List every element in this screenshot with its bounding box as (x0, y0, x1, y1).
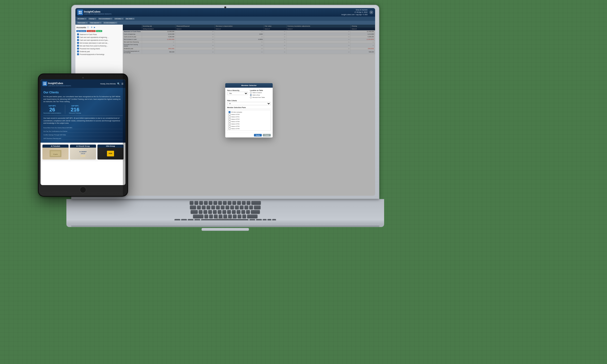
key (254, 206, 261, 209)
tablet-device: InsightCubes CORPORATE PERFORMANCE INSIG… (38, 74, 128, 197)
check-item-7[interactable]: Interco GT40 (228, 128, 270, 130)
sub-filter-adjusted[interactable]: Total adjusted ▼ (89, 22, 102, 24)
check-item-1[interactable]: Interco GT20 (228, 113, 270, 116)
apply-button[interactable]: Apply (254, 134, 262, 136)
macbook-keyboard (66, 199, 384, 221)
client-img-2: HSA (97, 148, 123, 159)
app-logo-subtitle: CORPORATE PERFORMANCE INSIGHTS (84, 13, 111, 15)
check-item-4[interactable]: Interco GT30 (228, 120, 270, 123)
stat1-label: Successful Implementations (43, 112, 61, 114)
tablet-nav: InsightCubes CORPORATE PERFORMANCE INSIG… (40, 79, 125, 88)
checkbox-modal-6[interactable] (229, 125, 230, 127)
filter-arrow-icon: ▼ (115, 22, 117, 24)
header-user-info: Dina Al Hashish 17:43 Apr 4, 2022 insigh… (342, 9, 368, 16)
sub-filter-company[interactable]: no new company ▼ (103, 22, 117, 24)
checkbox-1[interactable]: ✓ (77, 36, 79, 38)
sidebar-item-7[interactable]: ✓ Proceeds/repayments of borrowings (76, 53, 122, 56)
check-item-0[interactable]: All inter-company (228, 111, 270, 113)
sidebar-item-3[interactable]: ✓ Net increase (decrease) in cash and ca… (76, 41, 122, 44)
key-backspace (251, 201, 261, 205)
clients-row: Al Faisaliah مجموعة Al Ghurait Group (42, 144, 123, 159)
modal-close-button[interactable]: Close (263, 134, 271, 136)
macbook-label: MacBook Air (217, 218, 234, 220)
stat-2: SAP BPC 216 Delivered Trainings (69, 105, 81, 114)
checkbox-5[interactable]: ✓ (77, 48, 79, 50)
sidebar-label-1: Cash and cash equivalents at beginning .… (80, 37, 109, 38)
header-right: Dina Al Hashish 17:43 Apr 4, 2022 insigh… (342, 9, 373, 16)
check-item-5[interactable]: Interco GT31 (228, 123, 270, 125)
check-item-2[interactable]: Interco GT21 (228, 116, 270, 118)
checkbox-modal-1[interactable] (229, 114, 230, 116)
sidebar-item-6[interactable]: ✓ Dividends paid (76, 50, 122, 53)
filter-consolidated[interactable]: Non-consolidated ▼ (98, 18, 113, 20)
sidebar-item-4[interactable]: ✓ Net cash flows from (used in) financin… (76, 44, 122, 47)
checkbox-3[interactable]: ✓ (77, 42, 79, 44)
set-selected-button[interactable]: Set Selected (76, 30, 86, 32)
modal-location-col: Location on Table Add to Column (250, 90, 271, 98)
key (204, 214, 208, 218)
filter-currency-label: US Dollar (115, 18, 121, 19)
checkbox-2[interactable]: ✓ (77, 39, 79, 41)
close-button[interactable]: × (369, 11, 373, 14)
checkbox-6[interactable]: ✓ (77, 51, 79, 52)
sidebar-item-2[interactable]: ✓ Cash and cash equivalents at end of ye… (76, 39, 122, 41)
sidebar-title: Accounts (76, 26, 86, 29)
search-icon[interactable]: 🔍 (117, 82, 120, 85)
sub-filter-assets-label: Total assets (78, 22, 85, 24)
checkbox-0[interactable]: ✓ (77, 33, 79, 35)
check-label-6: Interco GT32 (231, 126, 239, 127)
filter-currency[interactable]: US Dollar ▼ (114, 18, 124, 20)
radio-add-row[interactable]: Add to Row (250, 94, 271, 96)
filter-icon[interactable]: ⚙ (91, 26, 92, 28)
modal-overlay[interactable]: Member Selector Flat or Hierarchy Flat (123, 25, 375, 196)
checkbox-modal-2[interactable] (229, 116, 230, 118)
svg-text:AL GHURAIT: AL GHURAIT (79, 151, 87, 152)
key-shift-l (193, 214, 203, 218)
unmark-all-button[interactable]: Unmark All (87, 30, 95, 32)
key (209, 201, 212, 205)
filter-closing[interactable]: Closing ▼ (88, 18, 96, 20)
filter-entities[interactable]: All entities ▼ (77, 18, 87, 20)
key (209, 214, 213, 218)
sidebar-item-0[interactable]: ✓ Statement of Cash Flows (76, 33, 122, 36)
check-item-6[interactable]: Interco GT32 (228, 125, 270, 128)
radio-add-column[interactable]: Add to Column (250, 92, 271, 94)
check-label-3: Interco GT22 (231, 118, 239, 120)
key (204, 201, 208, 205)
get-all-button[interactable]: Get All (96, 30, 102, 32)
filter-arrow-icon: ▼ (122, 18, 123, 19)
key (237, 201, 241, 205)
filter-arrow-icon: ▼ (85, 18, 86, 19)
key (227, 210, 231, 214)
checkbox-modal-3[interactable] (229, 118, 230, 120)
user-name: Dina Al Hashish (342, 9, 368, 11)
radio-remove[interactable]: Remove from Table (250, 96, 271, 98)
key (213, 201, 217, 205)
filter-id-select[interactable]: ID (227, 102, 271, 105)
sub-filter-assets[interactable]: Total assets ▼ (77, 22, 88, 24)
checkbox-modal-7[interactable] (229, 128, 230, 130)
check-label-4: Interco GT30 (231, 121, 239, 122)
logo-text-group: InsightCubes CORPORATE PERFORMANCE INSIG… (84, 10, 111, 15)
sidebar-item-5[interactable]: ✓ Proceeds from issuing shares (76, 47, 122, 50)
radio-add-column-label: Add to Column (252, 92, 262, 93)
check-item-3[interactable]: Interco GT22 (228, 118, 270, 120)
key (203, 210, 207, 214)
trackpad[interactable] (201, 228, 249, 231)
key (232, 201, 236, 205)
checkbox-modal-0[interactable] (229, 111, 230, 113)
checkbox-4[interactable]: ✓ (77, 45, 79, 47)
stat2-num: 216 (69, 107, 81, 112)
flat-hierarchy-select[interactable]: Flat (227, 92, 248, 95)
tablet-nav-right: Howdy, Dina Michela 🔍 ☰ (100, 82, 123, 85)
flat-hierarchy-label: Flat or Hierarchy (227, 90, 248, 91)
checkbox-modal-5[interactable] (229, 123, 230, 125)
collapse-icon[interactable]: ▶ (94, 26, 95, 28)
svg-rect-13 (81, 155, 85, 157)
checkbox-7[interactable]: ✓ (77, 53, 79, 55)
key-caps (191, 210, 198, 214)
sidebar-item-1[interactable]: ✓ Cash and cash equivalents at beginning… (76, 36, 122, 39)
checkbox-modal-4[interactable] (229, 121, 230, 122)
filter-date[interactable]: Dec 2020 ▼ (125, 18, 135, 20)
tablet-home-button[interactable] (80, 186, 86, 193)
